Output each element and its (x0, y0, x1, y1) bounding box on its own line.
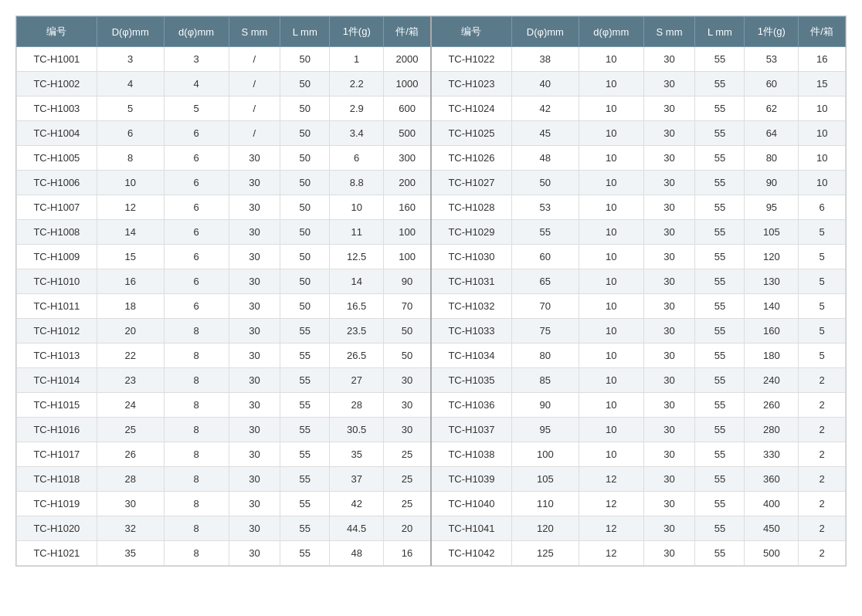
table-cell: 30 (384, 393, 431, 418)
table-cell: 30 (97, 492, 164, 516)
table-cell: 50 (280, 72, 330, 96)
table-cell: 18 (97, 294, 164, 319)
table-cell: TC-H1037 (431, 418, 511, 442)
table-cell: 30 (229, 344, 280, 368)
table-cell: 8 (164, 368, 229, 393)
table-cell: TC-H1039 (431, 467, 511, 492)
table-cell: 2 (799, 418, 846, 442)
table-cell: 22 (97, 344, 164, 368)
table-cell: 55 (280, 541, 330, 566)
table-cell: TC-H1034 (431, 344, 511, 368)
table-row: TC-H101016630501490TC-H1031651030551305 (17, 269, 846, 294)
table-cell: 105 (511, 467, 579, 492)
table-cell: 2 (799, 541, 846, 566)
table-cell: 30 (229, 467, 280, 492)
table-row: TC-H101828830553725TC-H10391051230553602 (17, 467, 846, 492)
table-cell: 6 (97, 121, 164, 146)
table-cell: 30 (229, 319, 280, 344)
table-cell: TC-H1008 (17, 220, 97, 245)
table-cell: 10 (579, 418, 643, 442)
table-cell: 10 (579, 47, 643, 72)
table-cell: 38 (511, 47, 579, 72)
table-cell: 55 (695, 294, 745, 319)
header-cell-0: 编号 (17, 17, 97, 47)
table-cell: 10 (579, 294, 643, 319)
table-cell: 50 (280, 47, 330, 72)
table-cell: TC-H1042 (431, 541, 511, 566)
table-cell: / (229, 96, 280, 121)
table-cell: 2 (799, 492, 846, 516)
table-cell: 30 (643, 319, 695, 344)
table-cell: 8 (164, 492, 229, 516)
table-cell: 30 (643, 344, 695, 368)
table-cell: 95 (511, 418, 579, 442)
table-cell: 55 (695, 393, 745, 418)
table-cell: TC-H1013 (17, 344, 97, 368)
table-row: TC-H101930830554225TC-H10401101230554002 (17, 492, 846, 516)
table-cell: 5 (799, 220, 846, 245)
table-cell: 25 (384, 492, 431, 516)
table-cell: 23 (97, 368, 164, 393)
table-cell: 16 (97, 269, 164, 294)
table-cell: 14 (97, 220, 164, 245)
table-cell: 2 (799, 516, 846, 541)
table-cell: 8 (97, 146, 164, 171)
table-cell: 10 (579, 319, 643, 344)
table-row: TC-H101726830553525TC-H10381001030553302 (17, 442, 846, 467)
table-head: 编号D(φ)mmd(φ)mmS mmL mm1件(g)件/箱编号D(φ)mmd(… (17, 17, 846, 47)
table-cell: 30 (229, 269, 280, 294)
table-cell: 200 (384, 171, 431, 195)
table-cell: 160 (384, 195, 431, 220)
table-cell: 70 (511, 294, 579, 319)
table-cell: 30 (643, 146, 695, 171)
table-cell: 60 (511, 245, 579, 269)
table-cell: 330 (745, 442, 799, 467)
table-cell: 125 (511, 541, 579, 566)
table-cell: TC-H1025 (431, 121, 511, 146)
table-cell: 10 (579, 220, 643, 245)
table-cell: 28 (97, 467, 164, 492)
table-cell: 95 (745, 195, 799, 220)
table-cell: 12 (579, 467, 643, 492)
table-cell: / (229, 72, 280, 96)
table-cell: 30 (643, 72, 695, 96)
table-cell: 55 (695, 442, 745, 467)
table-cell: 10 (579, 121, 643, 146)
table-cell: 50 (280, 269, 330, 294)
table-cell: 16.5 (330, 294, 384, 319)
table-cell: 30 (643, 393, 695, 418)
table-cell: 28 (330, 393, 384, 418)
table-row: TC-H100355/502.9600TC-H1024421030556210 (17, 96, 846, 121)
table-cell: 15 (97, 245, 164, 269)
table-cell: 50 (280, 146, 330, 171)
table-cell: TC-H1029 (431, 220, 511, 245)
table-cell: 55 (695, 121, 745, 146)
table-cell: TC-H1007 (17, 195, 97, 220)
table-cell: 35 (97, 541, 164, 566)
header-cell-9: d(φ)mm (579, 17, 643, 47)
table-row: TC-H1011186305016.570TC-H103270103055140… (17, 294, 846, 319)
table-cell: 6 (164, 245, 229, 269)
table-cell: 10 (330, 195, 384, 220)
page: 编号D(φ)mmd(φ)mmS mmL mm1件(g)件/箱编号D(φ)mmd(… (0, 0, 862, 616)
table-cell: 10 (579, 368, 643, 393)
table-cell: 16 (384, 541, 431, 566)
table-cell: 130 (745, 269, 799, 294)
table-cell: 360 (745, 467, 799, 492)
table-cell: 55 (695, 47, 745, 72)
table-cell: 42 (330, 492, 384, 516)
table-cell: 27 (330, 368, 384, 393)
table-row: TC-H101423830552730TC-H1035851030552402 (17, 368, 846, 393)
table-cell: 10 (579, 442, 643, 467)
table-cell: 55 (695, 96, 745, 121)
table-cell: 10 (579, 171, 643, 195)
table-cell: 30 (384, 368, 431, 393)
table-cell: 30 (229, 393, 280, 418)
table-cell: 26 (97, 442, 164, 467)
table-row: TC-H101524830552830TC-H1036901030552602 (17, 393, 846, 418)
table-cell: 5 (164, 96, 229, 121)
table-cell: 10 (579, 245, 643, 269)
table-cell: 35 (330, 442, 384, 467)
table-cell: 1 (330, 47, 384, 72)
table-body: TC-H100133/5012000TC-H1022381030555316TC… (17, 47, 846, 566)
